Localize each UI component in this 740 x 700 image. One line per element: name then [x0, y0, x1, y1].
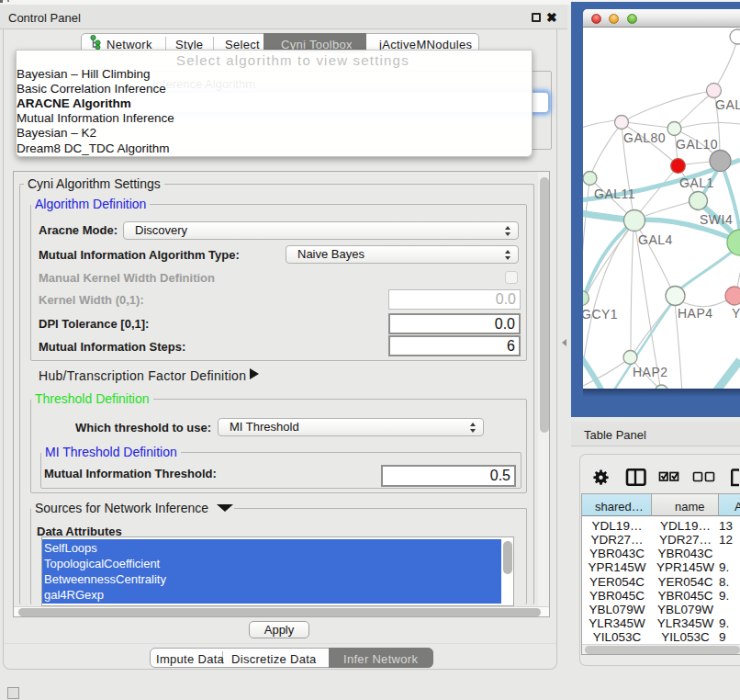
svg-text:GAL2: GAL2: [715, 97, 740, 112]
svg-text:GAL4: GAL4: [638, 232, 673, 247]
svg-text:SWI4: SWI4: [700, 212, 733, 227]
svg-text:GAL1: GAL1: [679, 175, 714, 190]
svg-text:GCY1: GCY1: [583, 307, 618, 322]
svg-text:GAL11: GAL11: [594, 186, 635, 201]
svg-text:GAL10: GAL10: [676, 137, 718, 152]
svg-text:GAL80: GAL80: [623, 130, 666, 145]
svg-text:HAP4: HAP4: [678, 306, 713, 321]
svg-text:HAP2: HAP2: [633, 365, 668, 379]
svg-text:YM: YM: [732, 306, 740, 321]
